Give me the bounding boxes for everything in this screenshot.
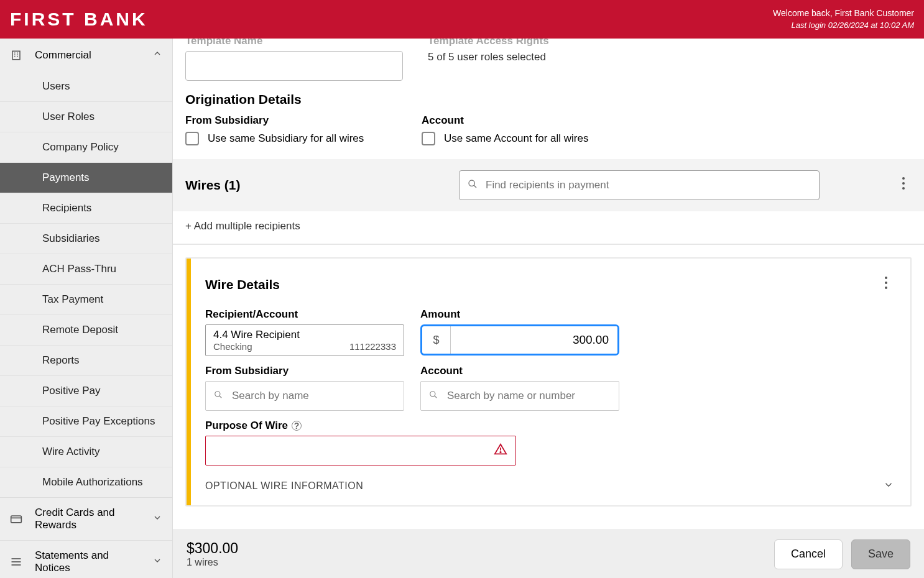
chevron-down-icon [152,513,162,526]
svg-rect-7 [11,516,22,523]
purpose-of-wire-label: Purpose Of Wire [205,420,288,432]
wires-bar: Wires (1) [173,159,924,211]
nav-group-statements-label: Statements and Notices [35,549,140,574]
sidebar-item-recipients[interactable]: Recipients [0,193,172,224]
svg-point-15 [902,182,905,185]
sidebar-item-reports[interactable]: Reports [0,346,172,376]
save-button[interactable]: Save [851,539,910,569]
add-multiple-recipients-link[interactable]: + Add multiple recipients [185,220,300,232]
app-header: FIRST BANK Welcome back, First Bank Cust… [0,0,924,39]
chevron-up-icon [152,48,162,62]
sidebar-item-positive-pay[interactable]: Positive Pay [0,376,172,406]
chevron-down-icon [152,556,162,569]
menu-icon [10,556,22,568]
sidebar-item-company-policy[interactable]: Company Policy [0,132,172,163]
template-name-input[interactable] [185,51,403,81]
optional-wire-info-label: OPTIONAL WIRE INFORMATION [205,480,363,492]
svg-point-19 [885,287,887,289]
amount-input-wrap: $ [420,324,619,356]
same-account-checkbox-row[interactable]: Use same Account for all wires [422,132,633,145]
svg-point-14 [902,177,905,180]
sidebar-item-users[interactable]: Users [0,71,172,102]
same-account-checkbox[interactable] [422,132,435,145]
help-icon[interactable]: ? [292,421,302,431]
search-icon [468,179,478,191]
nav-group-credit-cards-toggle[interactable]: Credit Cards and Rewards [0,498,172,540]
svg-point-20 [215,392,220,397]
sidebar-item-subsidiaries[interactable]: Subsidiaries [0,224,172,254]
nav-group-commercial-label: Commercial [35,49,91,62]
last-login-text: Last login 02/26/2024 at 10:02 AM [773,20,914,31]
sidebar-item-ach-pass-thru[interactable]: ACH Pass-Thru [0,254,172,285]
account-label: Account [422,114,633,127]
sidebar-item-wire-activity[interactable]: Wire Activity [0,437,172,467]
wire-account-label: Account [420,365,619,377]
main-content: Template Name Template Access Rights 5 o… [173,39,924,578]
search-icon [214,390,223,401]
template-access-value: 5 of 5 user roles selected [428,51,912,63]
svg-point-17 [885,277,887,279]
wire-from-subsidiary-label: From Subsidiary [205,365,404,377]
origination-heading: Origination Details [185,92,912,107]
wire-from-subsidiary-input[interactable] [205,381,404,411]
welcome-text: Welcome back, First Bank Customer [773,7,914,20]
sidebar-item-positive-pay-exceptions[interactable]: Positive Pay Exceptions [0,406,172,437]
amount-label: Amount [420,308,619,321]
sidebar: Commercial UsersUser RolesCompany Policy… [0,39,173,578]
sidebar-item-payments[interactable]: Payments [0,163,172,193]
chevron-down-icon [883,479,894,493]
wire-details-card: Wire Details Recipient/Account 4.4 Wire … [185,257,912,507]
recipient-search-wrap [459,170,820,200]
wire-account-input[interactable] [420,381,619,411]
svg-line-23 [435,396,437,398]
svg-point-18 [885,282,887,284]
building-icon [10,49,22,62]
footer-count: 1 wires [187,557,238,568]
from-subsidiary-label: From Subsidiary [185,114,397,127]
nav-group-commercial-toggle[interactable]: Commercial [0,39,172,71]
template-name-label: Template Name [185,39,403,47]
purpose-of-wire-input[interactable] [205,436,516,466]
recipient-account-type: Checking [213,341,252,352]
nav-group-statements: Statements and Notices [0,541,172,578]
brand-logo: FIRST BANK [10,9,148,30]
currency-symbol: $ [422,326,451,354]
svg-line-13 [474,185,476,188]
footer-summary: $300.00 1 wires [187,540,238,568]
sidebar-item-remote-deposit[interactable]: Remote Deposit [0,315,172,346]
recipient-search-input[interactable] [459,170,820,200]
recipient-account-label: Recipient/Account [205,308,404,321]
nav-items-container: UsersUser RolesCompany PolicyPaymentsRec… [0,71,172,497]
same-subsidiary-checkbox[interactable] [185,132,199,145]
footer-total: $300.00 [187,540,238,557]
template-access-label: Template Access Rights [428,39,912,47]
same-account-text: Use same Account for all wires [444,132,588,145]
search-icon [429,390,438,401]
sidebar-item-tax-payment[interactable]: Tax Payment [0,285,172,315]
nav-group-credit-cards-label: Credit Cards and Rewards [35,507,140,531]
optional-wire-info-toggle[interactable]: OPTIONAL WIRE INFORMATION [205,479,894,493]
sidebar-item-user-roles[interactable]: User Roles [0,102,172,132]
nav-group-statements-toggle[interactable]: Statements and Notices [0,541,172,578]
same-subsidiary-text: Use same Subsidiary for all wires [208,132,364,145]
svg-line-21 [219,396,222,398]
recipient-account-number: 111222333 [349,341,396,352]
warning-icon [494,443,507,459]
svg-point-22 [430,392,435,397]
welcome-block: Welcome back, First Bank Customer Last l… [773,7,914,31]
nav-group-credit-cards: Credit Cards and Rewards [0,498,172,541]
recipient-selector[interactable]: 4.4 Wire Recipient Checking 111222333 [205,324,404,356]
recipient-name: 4.4 Wire Recipient [213,329,396,341]
credit-card-icon [10,513,22,525]
svg-point-25 [500,452,501,452]
purpose-label-row: Purpose Of Wire ? [205,420,894,432]
sidebar-item-mobile-authorizations[interactable]: Mobile Authorizations [0,467,172,497]
nav-group-commercial: Commercial UsersUser RolesCompany Policy… [0,39,172,498]
same-subsidiary-checkbox-row[interactable]: Use same Subsidiary for all wires [185,132,397,145]
svg-rect-0 [12,51,20,60]
wire-card-more-menu[interactable] [878,272,894,297]
wires-more-menu[interactable] [895,173,912,198]
amount-input[interactable] [451,326,617,354]
cancel-button[interactable]: Cancel [774,539,843,569]
wires-title: Wires (1) [185,178,446,193]
